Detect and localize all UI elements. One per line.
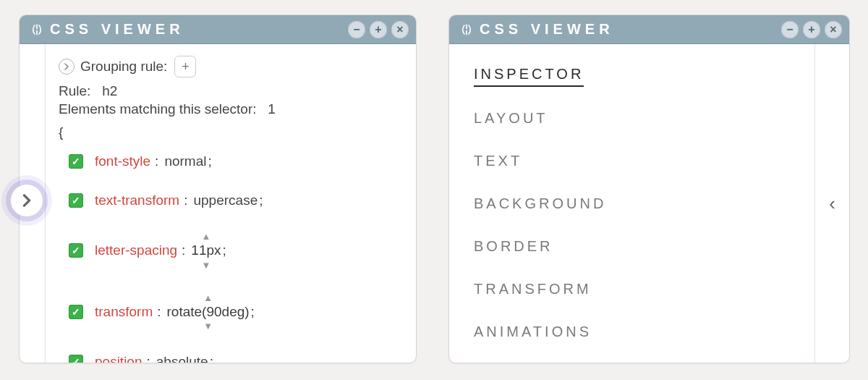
section-menu: INSPECTORLAYOUTTEXTBACKGROUNDBORDERTRANS… <box>449 44 814 363</box>
inspector-content: Grouping rule: + Rule: h2 Elements match… <box>46 44 416 363</box>
step-down-icon[interactable]: ▼ <box>203 321 213 331</box>
property-value[interactable]: 11px <box>191 241 221 261</box>
property-value[interactable]: normal <box>164 153 206 169</box>
titlebar: CSS VIEWER − + × <box>20 15 416 44</box>
close-button[interactable]: × <box>825 21 842 38</box>
property-row: ✓transform:▲rotate(90deg)▼; <box>69 293 403 332</box>
property-row: ✓font-style:normal; <box>69 153 403 169</box>
property-name[interactable]: text-transform <box>95 193 179 208</box>
rule-selector: h2 <box>102 83 117 98</box>
step-down-icon[interactable]: ▼ <box>202 261 211 270</box>
property-enabled-checkbox[interactable]: ✓ <box>69 193 83 208</box>
rule-label: Rule: <box>59 83 90 98</box>
app-logo-icon <box>30 22 44 37</box>
property-value[interactable]: uppercase <box>193 193 258 208</box>
colon: : <box>155 153 158 169</box>
property-row: ✓text-transform:uppercase; <box>69 193 403 208</box>
colon: : <box>184 193 187 208</box>
app-logo-icon <box>459 22 474 37</box>
titlebar: CSS VIEWER − + × <box>449 15 849 44</box>
menu-item-border[interactable]: BORDER <box>474 235 553 258</box>
property-name[interactable]: position <box>95 354 142 363</box>
property-enabled-checkbox[interactable]: ✓ <box>69 305 83 319</box>
right-gutter: ‹ <box>814 44 849 363</box>
property-enabled-checkbox[interactable]: ✓ <box>69 154 83 169</box>
minimize-button[interactable]: − <box>348 21 365 38</box>
maximize-button[interactable]: + <box>370 21 387 38</box>
property-value[interactable]: absolute <box>156 354 208 363</box>
grouping-rule-label: Grouping rule: <box>80 59 167 75</box>
property-enabled-checkbox[interactable]: ✓ <box>69 355 83 363</box>
panel-title: CSS VIEWER <box>480 21 614 38</box>
css-viewer-panel-menu: CSS VIEWER − + × INSPECTORLAYOUTTEXTBACK… <box>448 14 850 363</box>
match-label: Elements matching this selector: <box>59 101 257 117</box>
match-count: 1 <box>268 101 276 117</box>
semicolon: ; <box>251 304 255 320</box>
collapse-toggle-icon[interactable] <box>59 59 75 75</box>
panel-title: CSS VIEWER <box>50 21 184 38</box>
rule-line: Rule: h2 <box>59 83 403 99</box>
menu-item-transform[interactable]: TRANSFORM <box>474 278 592 300</box>
property-row: ✓position:absolute; <box>69 354 403 363</box>
property-name[interactable]: transform <box>95 304 153 320</box>
colon: : <box>157 304 161 320</box>
add-grouping-rule-button[interactable]: + <box>174 56 196 77</box>
step-up-icon[interactable]: ▲ <box>202 232 211 241</box>
expand-handle-button[interactable] <box>10 184 43 217</box>
colon: : <box>182 242 185 258</box>
property-enabled-checkbox[interactable]: ✓ <box>69 243 83 258</box>
property-value-stepper[interactable]: ▲11px▼ <box>191 232 221 270</box>
menu-item-layout[interactable]: LAYOUT <box>474 107 548 130</box>
menu-item-background[interactable]: BACKGROUND <box>474 193 606 215</box>
property-value[interactable]: rotate(90deg) <box>167 303 250 322</box>
semicolon: ; <box>210 354 213 363</box>
collapse-right-icon[interactable]: ‹ <box>829 193 835 215</box>
colon: : <box>147 354 150 363</box>
step-up-icon[interactable]: ▲ <box>203 293 213 303</box>
minimize-button[interactable]: − <box>781 21 799 38</box>
menu-item-inspector[interactable]: INSPECTOR <box>474 63 584 87</box>
close-button[interactable]: × <box>391 21 409 38</box>
semicolon: ; <box>259 193 263 208</box>
property-value-stepper[interactable]: ▲rotate(90deg)▼ <box>167 293 250 332</box>
menu-item-text[interactable]: TEXT <box>474 150 522 172</box>
menu-item-animations[interactable]: ANIMATIONS <box>474 321 592 343</box>
match-line: Elements matching this selector: 1 <box>59 101 403 117</box>
properties-list: ✓font-style:normal;✓text-transform:upper… <box>69 153 403 363</box>
property-row: ✓letter-spacing:▲11px▼; <box>69 232 403 270</box>
open-brace: { <box>59 124 403 140</box>
semicolon: ; <box>223 242 226 258</box>
property-name[interactable]: letter-spacing <box>95 242 177 258</box>
property-name[interactable]: font-style <box>95 153 150 169</box>
maximize-button[interactable]: + <box>803 21 820 38</box>
css-viewer-panel-inspector: CSS VIEWER − + × Grouping rule: + Rule: <box>19 14 417 363</box>
semicolon: ; <box>208 153 211 169</box>
